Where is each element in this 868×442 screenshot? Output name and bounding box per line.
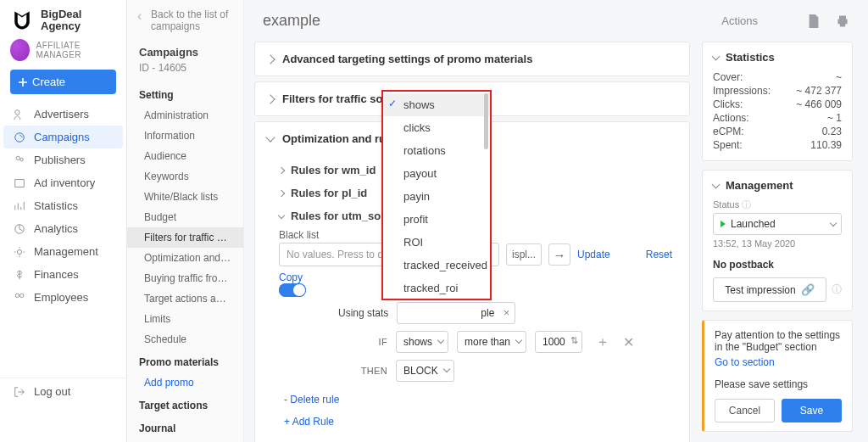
- logout-icon: [14, 386, 25, 398]
- display-button[interactable]: ispl...: [506, 243, 542, 266]
- campaigns-heading: Campaigns: [127, 34, 243, 62]
- management-title: Management: [713, 179, 842, 192]
- if-metric-select[interactable]: shows: [396, 331, 448, 353]
- nav-item-publishers[interactable]: Publishers: [3, 148, 123, 171]
- nav-item-analytics[interactable]: Analytics: [3, 217, 123, 240]
- if-value-input[interactable]: 1000⇅: [535, 331, 582, 353]
- svg-point-3: [20, 158, 24, 161]
- sub-item[interactable]: Buying traffic from S...: [127, 268, 243, 288]
- campaign-id: ID - 14605: [127, 62, 243, 82]
- sub-item[interactable]: Setting: [127, 82, 243, 105]
- then-action-select[interactable]: BLOCK: [396, 360, 454, 382]
- sub-item[interactable]: Promo materials: [127, 350, 243, 372]
- statistics-title: Statistics: [713, 51, 842, 64]
- stepper-icon[interactable]: ⇅: [570, 335, 578, 346]
- metric-option[interactable]: profit: [383, 208, 490, 231]
- primary-sidebar: BigDealAgency AFFILIATE MANAGER Create A…: [0, 0, 127, 442]
- metric-option[interactable]: ROI: [383, 231, 490, 254]
- nav-item-employees[interactable]: Employees: [3, 286, 123, 309]
- sub-item[interactable]: Administration: [127, 105, 243, 126]
- play-icon: [721, 221, 726, 227]
- page-header: example Actions: [244, 0, 868, 42]
- back-to-list-link[interactable]: Back to the list of campaigns: [127, 7, 243, 34]
- stat-row: Spent:110.39: [713, 138, 842, 152]
- sub-item[interactable]: Journal: [127, 416, 243, 439]
- update-link[interactable]: Update: [577, 249, 610, 260]
- svg-point-1: [15, 132, 25, 142]
- svg-point-0: [15, 109, 19, 114]
- link-icon: 🔗: [801, 283, 815, 296]
- copy-label: Copy: [279, 271, 306, 283]
- remove-condition-icon[interactable]: ✕: [623, 334, 634, 350]
- chip-remove-icon[interactable]: ×: [504, 306, 510, 319]
- nav-item-statistics[interactable]: Statistics: [3, 194, 123, 217]
- metric-option[interactable]: tracked_roi: [383, 277, 490, 299]
- sub-item[interactable]: Audience: [127, 146, 243, 166]
- brand-logo: BigDealAgency: [0, 0, 126, 37]
- stat-row: Impressions:~ 472 377: [713, 84, 842, 98]
- nav-item-campaigns[interactable]: Campaigns: [3, 126, 123, 148]
- go-to-section-link[interactable]: Go to section: [715, 356, 775, 368]
- sub-item[interactable]: Filters for traffic sour...: [127, 227, 243, 248]
- nav-item-finances[interactable]: Finances: [3, 263, 123, 286]
- add-rule-link[interactable]: + Add Rule: [284, 416, 334, 428]
- stat-row: Clicks:~ 466 009: [713, 98, 842, 111]
- test-impression-button[interactable]: Test impression🔗: [713, 277, 826, 302]
- using-stats-label: Using stats: [338, 307, 388, 319]
- file-icon[interactable]: [807, 14, 821, 29]
- sub-item[interactable]: Target actions: [127, 393, 243, 416]
- logout-button[interactable]: Log out: [0, 378, 126, 405]
- sub-item[interactable]: Add promo: [127, 372, 243, 393]
- chevron-right-icon: [265, 54, 275, 64]
- metric-option[interactable]: shows: [383, 93, 490, 116]
- stats-chip[interactable]: padple×: [397, 302, 515, 324]
- create-button[interactable]: Create: [10, 70, 116, 94]
- nav-item-management[interactable]: Management: [3, 240, 123, 263]
- section-advanced-targeting-header[interactable]: Advanced targeting settings of promo mat…: [255, 42, 689, 76]
- metric-option[interactable]: tracked_received: [383, 254, 490, 277]
- primary-nav: Advertisers Campaigns Publishers Ad inve…: [0, 103, 126, 378]
- if-operator-select[interactable]: more than: [457, 331, 526, 353]
- status-select[interactable]: Launched: [713, 213, 842, 235]
- sub-item[interactable]: Optimization and rules: [127, 248, 243, 268]
- stat-row: Cover:~: [713, 70, 842, 84]
- print-icon[interactable]: [836, 14, 849, 29]
- plus-icon: [19, 78, 27, 87]
- sub-item[interactable]: Information: [127, 126, 243, 146]
- secondary-sidebar: Back to the list of campaigns Campaigns …: [127, 0, 244, 442]
- status-label: Status ⓘ: [713, 199, 842, 211]
- warning-card: Pay attention to the settings in the "Bu…: [702, 320, 853, 432]
- chevron-down-icon: [437, 337, 444, 344]
- metric-option[interactable]: payout: [383, 162, 490, 185]
- sub-item[interactable]: Schedule: [127, 329, 243, 350]
- sub-item[interactable]: Keywords: [127, 166, 243, 187]
- reset-link[interactable]: Reset: [646, 249, 672, 260]
- metric-option[interactable]: clicks: [383, 116, 490, 139]
- actions-menu[interactable]: Actions: [721, 14, 758, 27]
- delete-rule-link[interactable]: - Delete rule: [284, 394, 339, 406]
- nav-item-advertisers[interactable]: Advertisers: [3, 103, 123, 126]
- info-icon: ⓘ: [832, 283, 842, 297]
- right-column: Statistics Cover:~Impressions:~ 472 377C…: [702, 42, 853, 442]
- arrow-right-button[interactable]: →: [548, 243, 570, 266]
- chevron-right-icon: [265, 94, 275, 104]
- sub-item[interactable]: Budget: [127, 207, 243, 227]
- svg-rect-4: [15, 179, 25, 187]
- statistics-card: Statistics Cover:~Impressions:~ 472 377C…: [702, 42, 853, 161]
- copy-toggle[interactable]: [279, 283, 306, 297]
- logo-icon: [10, 8, 34, 32]
- sub-item[interactable]: White/Black lists: [127, 187, 243, 207]
- center-content: Advanced targeting settings of promo mat…: [254, 42, 690, 442]
- add-condition-icon[interactable]: ＋: [596, 333, 609, 351]
- sub-item[interactable]: Target actions and re...: [127, 288, 243, 309]
- cancel-button[interactable]: Cancel: [715, 399, 775, 422]
- save-button[interactable]: Save: [782, 399, 842, 422]
- metric-option[interactable]: rotations: [383, 139, 490, 162]
- metric-option[interactable]: payin: [383, 185, 490, 208]
- chevron-down-icon: [278, 211, 285, 218]
- sub-item[interactable]: Limits: [127, 309, 243, 329]
- nav-item-ad-inventory[interactable]: Ad inventory: [3, 171, 123, 194]
- chevron-right-icon: [278, 189, 285, 196]
- management-card: Management Status ⓘ Launched 13:52, 13 M…: [702, 170, 853, 311]
- page-title: example: [263, 12, 320, 30]
